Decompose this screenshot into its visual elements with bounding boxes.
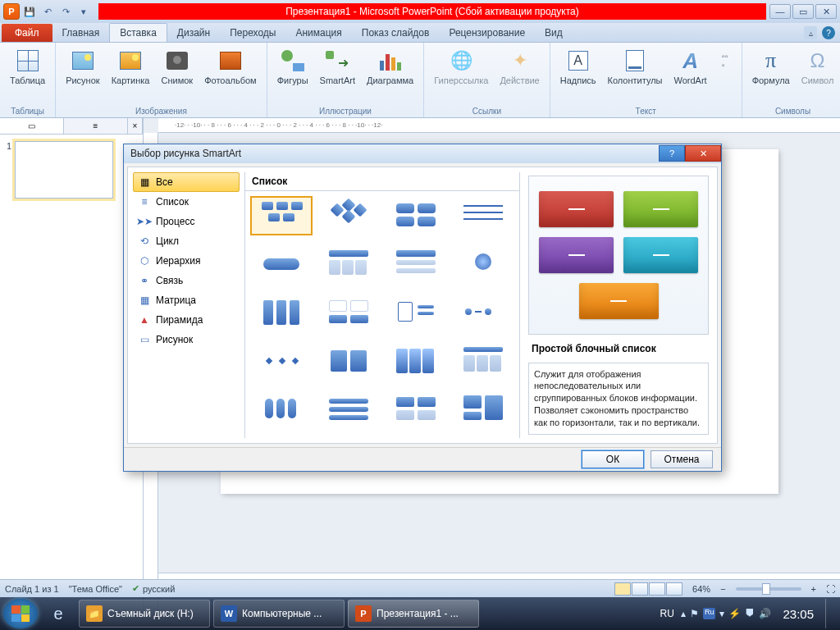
tab-insert[interactable]: Вставка — [109, 23, 167, 42]
cat-picture[interactable]: ▭Рисунок — [133, 330, 240, 349]
gallery-item[interactable] — [385, 341, 447, 381]
zoom-out-button[interactable]: − — [720, 584, 725, 594]
dialog-titlebar[interactable]: Выбор рисунка SmartArt ? ✕ — [124, 144, 721, 163]
shapes-button[interactable]: Фигуры — [274, 46, 312, 87]
slide-thumbnail[interactable] — [15, 141, 113, 199]
headerfooter-button[interactable]: Колонтитулы — [605, 46, 666, 87]
smartart-button[interactable]: SmartArt — [317, 46, 358, 87]
tray-icon[interactable]: ⚡ — [728, 608, 741, 619]
minimize-button[interactable]: — — [769, 4, 791, 19]
cat-pyramid[interactable]: ▲Пирамида — [133, 310, 240, 330]
tab-animation[interactable]: Анимация — [285, 24, 351, 42]
language-indicator[interactable]: RU — [660, 608, 674, 619]
outline-tab[interactable]: ≡ — [64, 118, 128, 134]
ok-button[interactable]: ОК — [582, 450, 644, 468]
normal-view-button[interactable] — [614, 582, 631, 596]
screenshot-button[interactable]: Снимок — [158, 46, 196, 87]
textbox-button[interactable]: AНадпись — [557, 46, 600, 87]
gallery-item[interactable] — [250, 196, 313, 235]
gallery-item[interactable] — [250, 390, 313, 429]
slideshow-view-button[interactable] — [666, 582, 682, 596]
gallery-item[interactable] — [385, 390, 447, 429]
spellcheck-icon[interactable]: ✔ — [132, 583, 139, 594]
save-icon[interactable]: 💾 — [21, 3, 38, 20]
gallery-item[interactable] — [250, 244, 313, 284]
gallery-item[interactable] — [452, 293, 514, 332]
close-panel-button[interactable]: × — [128, 118, 143, 134]
undo-icon[interactable]: ↶ — [39, 3, 56, 20]
redo-icon[interactable]: ↷ — [57, 3, 74, 20]
gallery-item[interactable] — [317, 293, 380, 332]
tray-icon[interactable]: 🔊 — [759, 608, 771, 619]
cat-matrix[interactable]: ▦Матрица — [133, 290, 240, 310]
task-item[interactable]: 📁Съемный диск (H:) — [79, 600, 210, 628]
tray-icon[interactable]: ⛊ — [745, 608, 755, 619]
equation-button[interactable]: πФормула — [749, 46, 793, 87]
cat-cycle[interactable]: ⟲Цикл — [133, 231, 240, 251]
tab-design[interactable]: Дизайн — [167, 24, 220, 42]
slides-panel: ▭ ≡ × 1 — [0, 118, 144, 612]
gallery-item[interactable] — [452, 244, 514, 284]
dialog-close-button[interactable]: ✕ — [685, 145, 721, 162]
task-item[interactable]: WКомпьютерные ... — [213, 600, 345, 628]
clock[interactable]: 23:05 — [778, 607, 819, 621]
maximize-button[interactable]: ▭ — [792, 4, 814, 19]
cat-list[interactable]: ≡Список — [133, 192, 240, 212]
tab-slideshow[interactable]: Показ слайдов — [352, 24, 440, 42]
dialog-title: Выбор рисунка SmartArt — [130, 148, 241, 159]
smartart-gallery[interactable] — [245, 191, 519, 438]
minimize-ribbon-icon[interactable]: ▵ — [804, 26, 817, 39]
language-status[interactable]: русский — [143, 584, 175, 594]
cat-process[interactable]: ➤➤Процесс — [133, 212, 240, 231]
gallery-item[interactable] — [250, 293, 313, 332]
reading-view-button[interactable] — [649, 582, 665, 596]
sorter-view-button[interactable] — [632, 582, 648, 596]
cat-all[interactable]: ▦Все — [133, 172, 240, 192]
clipart-button[interactable]: Картинка — [108, 46, 153, 87]
tray-icon[interactable]: Ru — [703, 608, 716, 619]
picture-button[interactable]: Рисунок — [62, 46, 103, 87]
photoalbum-button[interactable]: Фотоальбом — [201, 46, 260, 87]
wordart-button[interactable]: AWordArt — [671, 46, 710, 87]
zoom-percent[interactable]: 64% — [692, 584, 710, 594]
tab-view[interactable]: Вид — [535, 24, 573, 42]
powerpoint-icon[interactable]: P — [3, 3, 20, 20]
help-icon[interactable]: ? — [822, 26, 835, 39]
show-desktop-button[interactable] — [825, 599, 835, 628]
tab-review[interactable]: Рецензирование — [439, 24, 535, 42]
start-button[interactable] — [3, 599, 38, 628]
task-item[interactable]: PПрезентация1 - ... — [348, 600, 479, 628]
qat-customize-icon[interactable]: ▾ — [75, 3, 92, 20]
gallery-item[interactable] — [250, 341, 313, 381]
text-more-button[interactable]: ▫▫▫ — [715, 46, 735, 75]
close-button[interactable]: ✕ — [815, 4, 837, 19]
tray-icon[interactable]: ▴ — [681, 608, 686, 619]
cat-hierarchy[interactable]: ⬡Иерархия — [133, 251, 240, 271]
file-tab[interactable]: Файл — [2, 24, 52, 42]
tab-transitions[interactable]: Переходы — [220, 24, 285, 42]
tray-icon[interactable]: ▾ — [719, 608, 724, 619]
gallery-item[interactable] — [317, 244, 380, 284]
gallery-item[interactable] — [385, 244, 447, 284]
cancel-button[interactable]: Отмена — [651, 450, 713, 468]
chart-button[interactable]: Диаграмма — [363, 46, 417, 87]
tab-home[interactable]: Главная — [52, 24, 110, 42]
slides-tab[interactable]: ▭ — [0, 118, 64, 134]
gallery-item[interactable] — [385, 196, 447, 235]
ie-pin[interactable]: e — [41, 599, 75, 628]
dialog-help-button[interactable]: ? — [659, 145, 685, 162]
gallery-item[interactable] — [452, 390, 514, 429]
tray-icon[interactable]: ⚑ — [690, 608, 699, 619]
zoom-in-button[interactable]: + — [811, 584, 816, 594]
gallery-item[interactable] — [317, 196, 380, 235]
zoom-slider[interactable] — [736, 587, 801, 591]
gallery-item[interactable] — [317, 341, 380, 381]
gallery-item[interactable] — [317, 390, 380, 429]
gallery-item[interactable] — [452, 341, 514, 381]
gallery-item[interactable] — [452, 196, 514, 235]
table-button[interactable]: Таблица — [7, 46, 48, 87]
cat-relationship[interactable]: ⚭Связь — [133, 271, 240, 290]
ribbon-tabs: Файл Главная Вставка Дизайн Переходы Ани… — [0, 23, 840, 43]
gallery-item[interactable] — [385, 293, 447, 332]
fit-button[interactable]: ⛶ — [826, 584, 835, 594]
